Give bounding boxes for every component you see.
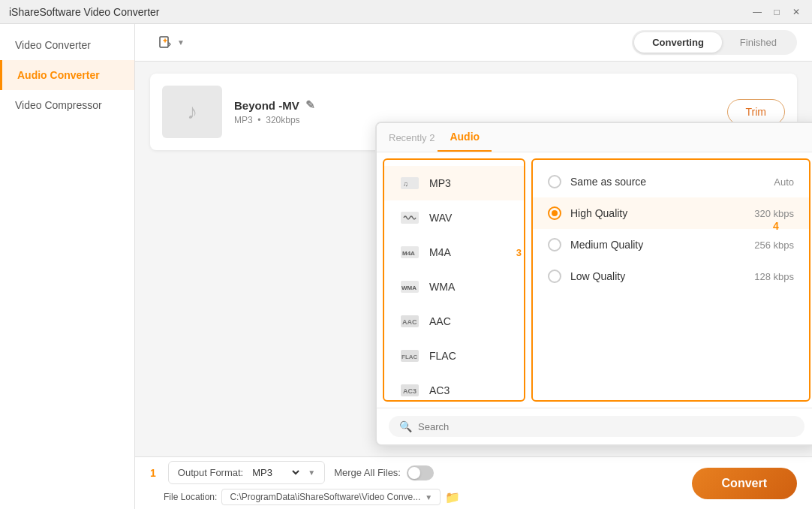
music-note-icon: ♪ xyxy=(187,100,197,124)
svg-text:♫: ♫ xyxy=(403,180,408,188)
format-item-m4a[interactable]: M4A M4A 3 xyxy=(384,235,525,270)
radio-medium xyxy=(548,238,561,251)
svg-text:AC3: AC3 xyxy=(403,387,417,395)
sidebar-item-audio-converter[interactable]: Audio Converter xyxy=(0,60,134,90)
svg-rect-0 xyxy=(160,37,168,47)
format-chevron-icon: ▼ xyxy=(308,468,315,477)
dropdown-tab-row: Recently 2 Audio xyxy=(377,123,812,152)
titlebar: iShareSoftware Video Converter — □ ✕ xyxy=(0,0,812,24)
quality-item-low[interactable]: Low Quality 128 kbps xyxy=(533,261,809,292)
format-label-ac3: AC3 xyxy=(429,384,450,396)
app-title: iShareSoftware Video Converter xyxy=(9,6,160,18)
mp3-icon: ♫ xyxy=(399,175,420,191)
quality-label-low: Low Quality xyxy=(570,270,745,282)
format-label-aac: AAC xyxy=(429,315,451,327)
output-format-select[interactable]: MP3 WAV M4A AAC FLAC AC3 xyxy=(249,466,302,479)
content-area: ♪ Beyond -MV ✎ MP3 • 320kbps Trim xyxy=(135,62,812,456)
file-thumbnail: ♪ xyxy=(162,86,222,138)
format-item-aac[interactable]: AAC AAC xyxy=(384,304,525,339)
topbar: ▼ Converting Finished xyxy=(135,24,812,62)
radio-high xyxy=(548,206,561,220)
svg-text:WMA: WMA xyxy=(401,285,417,291)
format-item-ac3[interactable]: AC3 AC3 xyxy=(384,373,525,400)
file-location-path[interactable]: C:\ProgramData\iShareSoftware\Video Conv… xyxy=(221,489,441,505)
radio-same xyxy=(548,175,561,188)
quality-list: Same as source Auto High Quality 4 320 k… xyxy=(533,160,809,298)
folder-chevron-icon: ▼ xyxy=(425,493,432,501)
add-file-icon xyxy=(158,35,173,50)
convert-button[interactable]: Convert xyxy=(692,468,797,499)
file-format: MP3 xyxy=(234,115,253,125)
browse-folder-button[interactable]: 📁 xyxy=(445,490,460,504)
quality-label-medium: Medium Quality xyxy=(570,239,745,251)
quality-kbps-high: 320 kbps xyxy=(754,208,794,219)
file-location-label: File Location: xyxy=(164,492,217,502)
file-bitrate: 320kbps xyxy=(266,115,299,125)
format-badge-m4a: 3 xyxy=(516,247,522,258)
sidebar-item-video-converter[interactable]: Video Converter xyxy=(0,30,134,60)
format-item-wav[interactable]: WAV xyxy=(384,200,525,235)
step-number: 1 xyxy=(150,467,156,479)
wma-icon: WMA xyxy=(399,279,420,295)
format-label-wma: WMA xyxy=(429,281,455,293)
quality-item-high[interactable]: High Quality 4 320 kbps xyxy=(533,197,809,229)
close-button[interactable]: ✕ xyxy=(789,5,803,19)
format-label-mp3: MP3 xyxy=(429,177,451,189)
flac-icon: FLAC xyxy=(399,348,420,364)
quality-list-container: Same as source Auto High Quality 4 320 k… xyxy=(531,158,810,402)
quality-label-high: High Quality xyxy=(570,207,745,219)
format-label-m4a: M4A xyxy=(429,246,451,258)
format-dropdown: Recently 2 Audio ♫ xyxy=(375,122,812,446)
merge-toggle[interactable] xyxy=(407,465,434,480)
wav-icon xyxy=(399,209,420,226)
main-content: ▼ Converting Finished ♪ Beyond -M xyxy=(135,24,812,509)
format-list-container: ♫ MP3 WAV xyxy=(383,158,525,402)
format-item-wma[interactable]: WMA WMA xyxy=(384,270,525,304)
dropdown-tab-audio[interactable]: Audio xyxy=(438,123,492,152)
merge-group: Merge All Files: xyxy=(334,465,434,480)
tab-group: Converting Finished xyxy=(632,30,797,55)
add-file-button[interactable]: ▼ xyxy=(150,31,192,55)
output-format-group: Output Format: MP3 WAV M4A AAC FLAC AC3 … xyxy=(168,461,325,484)
format-item-mp3[interactable]: ♫ MP3 xyxy=(384,166,525,200)
output-format-label: Output Format: xyxy=(178,467,243,478)
window-controls: — □ ✕ xyxy=(750,5,803,19)
format-list: ♫ MP3 WAV xyxy=(384,160,525,400)
quality-kbps-same: Auto xyxy=(774,176,794,188)
quality-item-medium[interactable]: Medium Quality 256 kbps xyxy=(533,229,809,261)
quality-badge-high: 4 xyxy=(773,220,779,232)
edit-icon[interactable]: ✎ xyxy=(305,98,315,112)
search-row: 🔍 xyxy=(377,408,812,444)
sidebar: Video Converter Audio Converter Video Co… xyxy=(0,24,135,509)
recently-label: Recently 2 xyxy=(389,125,435,151)
toggle-knob xyxy=(408,467,420,479)
merge-label: Merge All Files: xyxy=(334,467,401,478)
search-icon: 🔍 xyxy=(399,420,412,432)
format-label-wav: WAV xyxy=(429,212,452,224)
format-label-flac: FLAC xyxy=(429,350,456,362)
ac3-icon: AC3 xyxy=(399,382,420,399)
quality-kbps-low: 128 kbps xyxy=(754,271,794,282)
dropdown-body: ♫ MP3 WAV xyxy=(377,152,812,408)
quality-item-same[interactable]: Same as source Auto xyxy=(533,166,809,197)
svg-text:M4A: M4A xyxy=(402,250,415,257)
minimize-button[interactable]: — xyxy=(750,5,764,19)
quality-kbps-medium: 256 kbps xyxy=(754,239,794,251)
bottombar: 1 Output Format: MP3 WAV M4A AAC FLAC AC… xyxy=(135,456,812,509)
tab-finished[interactable]: Finished xyxy=(722,32,795,53)
add-chevron-icon: ▼ xyxy=(177,38,185,47)
tab-converting[interactable]: Converting xyxy=(634,32,722,53)
format-item-flac[interactable]: FLAC FLAC xyxy=(384,339,525,373)
sidebar-item-video-compressor[interactable]: Video Compressor xyxy=(0,90,134,120)
file-name-row: Beyond -MV ✎ xyxy=(234,98,715,112)
maximize-button[interactable]: □ xyxy=(770,5,783,19)
quality-label-same: Same as source xyxy=(570,176,765,188)
aac-icon: AAC xyxy=(399,313,420,330)
search-box: 🔍 xyxy=(389,416,804,437)
m4a-icon: M4A xyxy=(399,244,420,261)
search-input[interactable] xyxy=(418,421,794,432)
file-name-text: Beyond -MV xyxy=(234,99,299,112)
trim-button[interactable]: Trim xyxy=(727,99,785,125)
radio-low xyxy=(548,270,561,283)
svg-text:FLAC: FLAC xyxy=(401,354,418,360)
